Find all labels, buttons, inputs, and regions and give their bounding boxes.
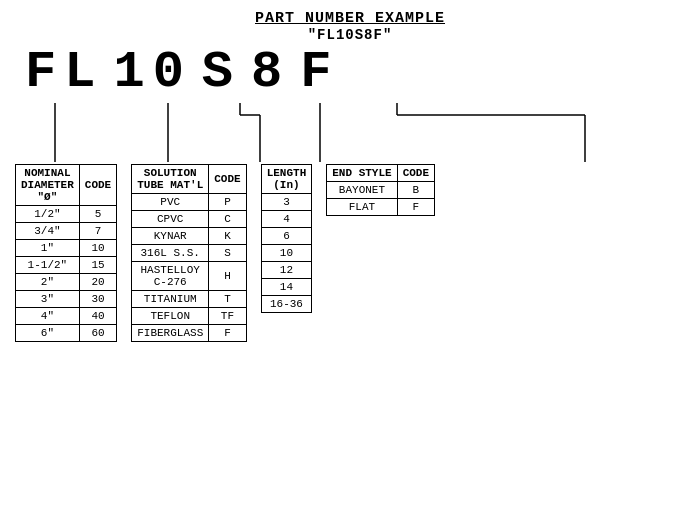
- title-block: PART NUMBER EXAMPLE "FL10S8F": [15, 10, 685, 43]
- table-row: 1"10: [16, 240, 117, 257]
- table-row: 3: [261, 194, 312, 211]
- title-line1: PART NUMBER EXAMPLE: [15, 10, 685, 27]
- table-row: 3"30: [16, 291, 117, 308]
- table-row: 4"40: [16, 308, 117, 325]
- solution-code-header: CODE: [209, 165, 246, 194]
- tables-row: NOMINALDIAMETER"Ø" CODE 1/2"5 3/4"7 1"10…: [15, 164, 685, 342]
- table-row: 1-1/2"15: [16, 257, 117, 274]
- table-row: TEFLONTF: [132, 308, 246, 325]
- table-row: 12: [261, 262, 312, 279]
- table-row: 10: [261, 245, 312, 262]
- table-row: FLATF: [327, 199, 435, 216]
- table-row: 6"60: [16, 325, 117, 342]
- table-row: 6: [261, 228, 312, 245]
- table-row: HASTELLOYC-276H: [132, 262, 246, 291]
- title-line2: "FL10S8F": [15, 27, 685, 43]
- table-row: 316L S.S.S: [132, 245, 246, 262]
- table-row: TITANIUMT: [132, 291, 246, 308]
- table-row: 3/4"7: [16, 223, 117, 240]
- solution-table: SOLUTIONTUBE MAT'L CODE PVCP CPVCC KYNAR…: [131, 164, 246, 342]
- table-row: PVCP: [132, 194, 246, 211]
- table-row: BAYONETB: [327, 182, 435, 199]
- end-style-header: END STYLE: [327, 165, 397, 182]
- page: PART NUMBER EXAMPLE "FL10S8F" FL 10 S 8 …: [0, 0, 700, 512]
- table-row: 14: [261, 279, 312, 296]
- diameter-header: NOMINALDIAMETER"Ø": [16, 165, 80, 206]
- table-row: 16-36: [261, 296, 312, 313]
- table-row: 4: [261, 211, 312, 228]
- length-table: LENGTH(In) 3 4 6 10 12 14 16-36: [261, 164, 313, 313]
- table-row: 1/2"5: [16, 206, 117, 223]
- table-row: 2"20: [16, 274, 117, 291]
- table-row: CPVCC: [132, 211, 246, 228]
- end-style-code-header: CODE: [397, 165, 434, 182]
- diameter-table: NOMINALDIAMETER"Ø" CODE 1/2"5 3/4"7 1"10…: [15, 164, 117, 342]
- connector-lines: [25, 47, 700, 162]
- table-row: FIBERGLASSF: [132, 325, 246, 342]
- diameter-code-header: CODE: [79, 165, 116, 206]
- end-style-table: END STYLE CODE BAYONETB FLATF: [326, 164, 435, 216]
- solution-header: SOLUTIONTUBE MAT'L: [132, 165, 209, 194]
- length-header: LENGTH(In): [261, 165, 312, 194]
- table-row: KYNARK: [132, 228, 246, 245]
